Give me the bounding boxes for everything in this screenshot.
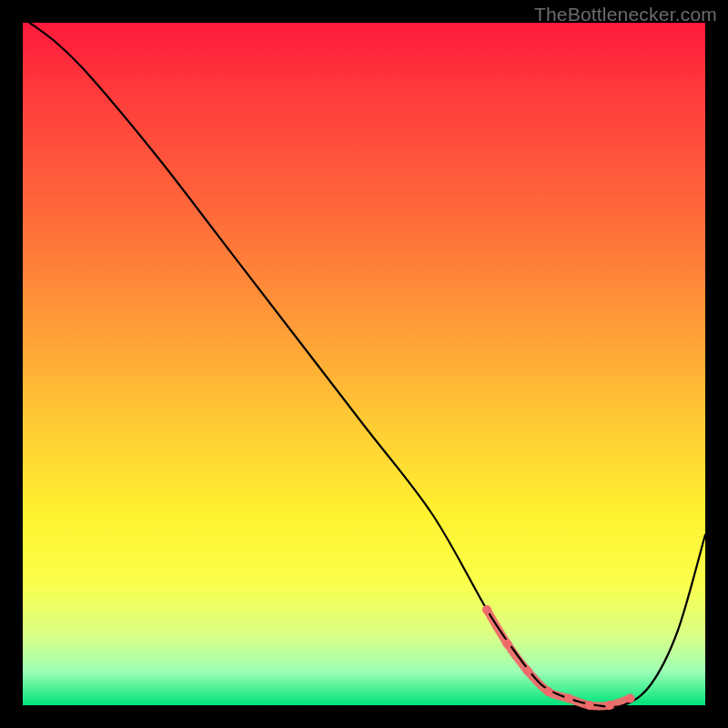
plot-area xyxy=(23,23,705,705)
bottleneck-curve xyxy=(30,23,706,707)
svg-point-1 xyxy=(503,640,512,649)
svg-point-2 xyxy=(523,667,532,676)
bottleneck-chart-svg xyxy=(23,23,705,705)
chart-frame: TheBottlenecker.com xyxy=(0,0,728,728)
svg-point-3 xyxy=(544,687,553,696)
marker-optimal-range xyxy=(487,610,631,706)
svg-point-0 xyxy=(482,605,491,614)
svg-point-7 xyxy=(626,694,635,703)
svg-point-6 xyxy=(605,701,614,710)
svg-point-4 xyxy=(564,694,573,703)
svg-point-5 xyxy=(585,701,594,710)
